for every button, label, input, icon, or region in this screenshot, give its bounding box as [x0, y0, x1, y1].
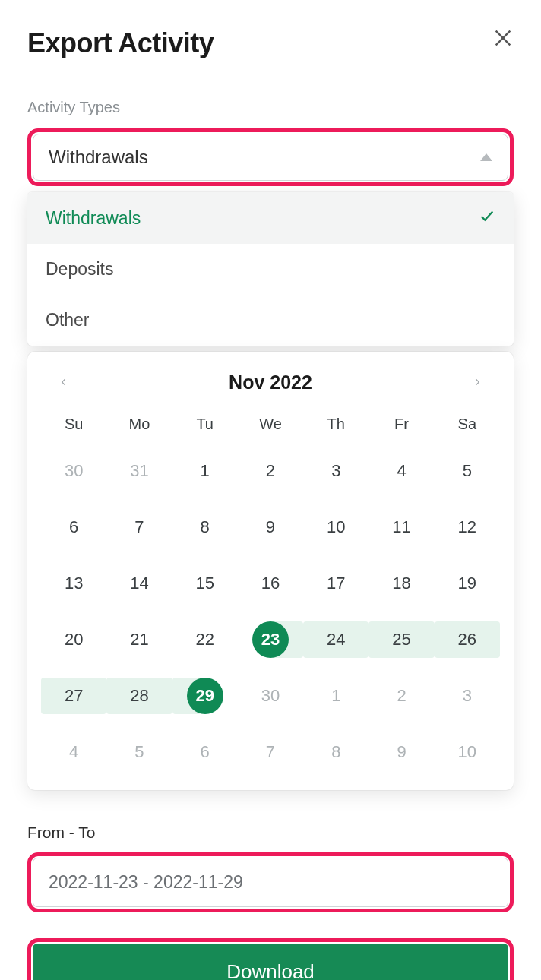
calendar-day[interactable]: 5: [121, 734, 157, 770]
calendar-day[interactable]: 27: [55, 678, 92, 714]
calendar-day[interactable]: 5: [449, 453, 486, 489]
calendar-dow: Fr: [369, 416, 434, 433]
calendar-month-label: Nov 2022: [229, 371, 312, 394]
activity-option-label: Other: [46, 310, 90, 330]
calendar-dow: We: [238, 416, 303, 433]
calendar-day-cell: 31: [106, 453, 172, 489]
calendar-day-cell: 17: [303, 565, 369, 602]
calendar-day-cell: 16: [238, 565, 303, 602]
calendar-day[interactable]: 13: [55, 565, 92, 602]
calendar-day[interactable]: 19: [449, 565, 486, 602]
activity-select-highlight: Withdrawals: [27, 128, 514, 186]
calendar-day[interactable]: 16: [252, 565, 289, 602]
calendar-day[interactable]: 4: [55, 734, 92, 770]
calendar-day-cell: 14: [106, 565, 172, 602]
calendar-day-cell: 2: [369, 678, 434, 714]
calendar-day[interactable]: 9: [384, 734, 420, 770]
calendar-day[interactable]: 31: [121, 453, 157, 489]
page-title: Export Activity: [27, 27, 214, 59]
activity-option-label: Withdrawals: [46, 208, 141, 229]
activity-option-label: Deposits: [46, 259, 113, 280]
date-range-input-highlight: [27, 852, 514, 912]
calendar-day[interactable]: 11: [384, 509, 420, 545]
calendar-day[interactable]: 17: [318, 565, 354, 602]
calendar-day[interactable]: 25: [384, 621, 420, 658]
calendar-day[interactable]: 3: [449, 678, 486, 714]
activity-selected-value: Withdrawals: [49, 147, 148, 168]
calendar-day-cell: 27: [41, 678, 106, 714]
calendar-day-cell: 23: [238, 621, 303, 658]
calendar-dow: Mo: [106, 416, 172, 433]
calendar-day-cell: 22: [172, 621, 238, 658]
calendar-day-cell: 11: [369, 509, 434, 545]
calendar-day[interactable]: 30: [252, 678, 289, 714]
calendar-day[interactable]: 4: [384, 453, 420, 489]
download-button-highlight: Download: [27, 938, 514, 980]
calendar-day-cell: 1: [172, 453, 238, 489]
calendar-day-cell: 5: [435, 453, 500, 489]
prev-month-button[interactable]: [49, 367, 79, 397]
calendar-day-cell: 25: [369, 621, 434, 658]
calendar-day[interactable]: 22: [187, 621, 223, 658]
calendar-day[interactable]: 21: [121, 621, 157, 658]
calendar-day[interactable]: 8: [318, 734, 354, 770]
calendar-day-cell: 3: [303, 453, 369, 489]
activity-option-withdrawals[interactable]: Withdrawals: [27, 192, 514, 244]
calendar-day[interactable]: 23: [252, 621, 289, 658]
download-button[interactable]: Download: [33, 944, 508, 980]
calendar-day-cell: 10: [435, 734, 500, 770]
calendar-day-cell: 6: [172, 734, 238, 770]
calendar-day[interactable]: 6: [55, 509, 92, 545]
calendar-day-cell: 20: [41, 621, 106, 658]
calendar-day[interactable]: 7: [252, 734, 289, 770]
calendar-day[interactable]: 26: [449, 621, 486, 658]
calendar-day[interactable]: 2: [384, 678, 420, 714]
calendar-day[interactable]: 10: [318, 509, 354, 545]
calendar-day-cell: 29: [172, 678, 238, 714]
calendar-dow: Th: [303, 416, 369, 433]
calendar-day[interactable]: 1: [187, 453, 223, 489]
calendar-day[interactable]: 12: [449, 509, 486, 545]
calendar-day[interactable]: 29: [187, 678, 223, 714]
calendar-day[interactable]: 10: [449, 734, 486, 770]
calendar-day-cell: 13: [41, 565, 106, 602]
activity-types-label: Activity Types: [27, 99, 514, 116]
next-month-button[interactable]: [462, 367, 492, 397]
calendar-day[interactable]: 8: [187, 509, 223, 545]
calendar-day-cell: 30: [41, 453, 106, 489]
calendar-day[interactable]: 2: [252, 453, 289, 489]
calendar-day[interactable]: 3: [318, 453, 354, 489]
calendar-day[interactable]: 7: [121, 509, 157, 545]
calendar-day-cell: 5: [106, 734, 172, 770]
date-range-input[interactable]: [33, 858, 508, 907]
activity-type-select[interactable]: Withdrawals: [33, 134, 508, 181]
calendar-day-cell: 21: [106, 621, 172, 658]
calendar-day-cell: 9: [238, 509, 303, 545]
calendar-day-cell: 30: [238, 678, 303, 714]
calendar-day-cell: 9: [369, 734, 434, 770]
date-range-calendar: Nov 2022 SuMoTuWeThFrSa30311234567891011…: [27, 352, 514, 790]
calendar-day[interactable]: 6: [187, 734, 223, 770]
calendar-day[interactable]: 30: [55, 453, 92, 489]
calendar-day[interactable]: 14: [121, 565, 157, 602]
calendar-dow: Tu: [172, 416, 238, 433]
calendar-day-cell: 15: [172, 565, 238, 602]
calendar-dow: Sa: [435, 416, 500, 433]
calendar-day-cell: 7: [238, 734, 303, 770]
activity-option-other[interactable]: Other: [27, 295, 514, 346]
calendar-day-cell: 28: [106, 678, 172, 714]
calendar-day[interactable]: 18: [384, 565, 420, 602]
calendar-day-cell: 3: [435, 678, 500, 714]
calendar-day-cell: 8: [303, 734, 369, 770]
close-icon[interactable]: [492, 27, 514, 52]
calendar-day-cell: 1: [303, 678, 369, 714]
activity-type-dropdown: WithdrawalsDepositsOther: [27, 192, 514, 346]
calendar-day[interactable]: 15: [187, 565, 223, 602]
calendar-day[interactable]: 20: [55, 621, 92, 658]
calendar-day[interactable]: 1: [318, 678, 354, 714]
calendar-day[interactable]: 9: [252, 509, 289, 545]
calendar-day[interactable]: 24: [318, 621, 354, 658]
calendar-day-cell: 4: [369, 453, 434, 489]
activity-option-deposits[interactable]: Deposits: [27, 244, 514, 295]
caret-up-icon: [480, 153, 492, 161]
